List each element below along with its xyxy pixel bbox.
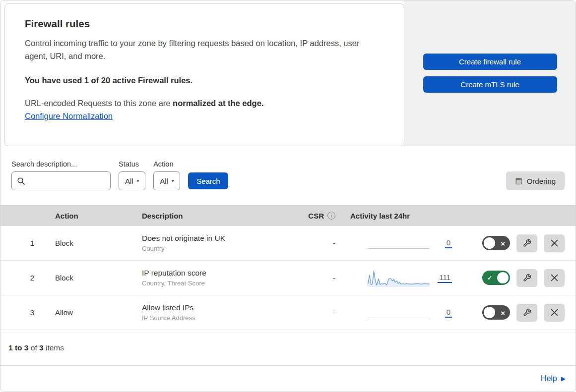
search-button[interactable]: Search <box>188 172 228 189</box>
table-row: 2BlockIP reputation scoreCountry, Threat… <box>0 261 576 295</box>
rule-activity-cell: 111 <box>348 261 454 295</box>
check-icon: ✓ <box>487 275 492 281</box>
status-field-group: Status All ▾ <box>119 160 145 190</box>
search-box[interactable] <box>11 171 111 190</box>
activity-count-link[interactable]: 0 <box>445 238 452 248</box>
close-icon <box>551 274 558 281</box>
activity-count-link[interactable]: 111 <box>438 273 452 283</box>
activity-sparkline <box>368 234 430 252</box>
rule-description: Allow listed IPs <box>142 303 303 312</box>
table-row: 3AllowAllow listed IPsIP Source Address-… <box>0 295 576 330</box>
csr-column-label: CSR <box>308 212 324 220</box>
rule-description: Does not originate in UK <box>142 234 303 243</box>
actions-panel: Create firewall rule Create mTLS rule <box>404 0 576 146</box>
ordering-button[interactable]: ▤ Ordering <box>506 171 565 190</box>
wrench-icon <box>523 274 531 282</box>
edit-rule-button[interactable] <box>516 269 537 287</box>
delete-rule-button[interactable] <box>544 304 565 322</box>
search-field-group: Search description... <box>11 160 111 190</box>
x-mark-icon: × <box>501 309 505 316</box>
help-link-label: Help <box>541 374 557 383</box>
help-link[interactable]: Help ▶ <box>541 374 566 383</box>
flat-sparkline <box>368 248 430 249</box>
normalization-note-bold: normalized at the edge. <box>173 99 263 108</box>
page-title: Firewall rules <box>25 18 384 30</box>
table-body: 1BlockDoes not originate in UKCountry-0×… <box>0 226 576 330</box>
chevron-down-icon: ▾ <box>172 178 174 183</box>
status-label: Status <box>119 160 145 168</box>
flat-sparkline <box>368 318 430 318</box>
rule-description-cell: IP reputation scoreCountry, Threat Score <box>127 269 303 287</box>
filter-controls: Search description... Status All ▾ Actio… <box>11 160 228 190</box>
pagination-items: items <box>44 343 64 352</box>
rule-activity-cell: 0 <box>348 295 454 330</box>
create-mtls-rule-button[interactable]: Create mTLS rule <box>423 76 557 93</box>
status-dropdown-value: All <box>125 177 133 185</box>
rule-description-cell: Does not originate in UKCountry <box>127 234 303 252</box>
edit-rule-button[interactable] <box>516 234 537 252</box>
pagination-range: 1 to 3 <box>8 343 28 352</box>
rule-controls: ✓ <box>454 269 576 287</box>
pagination-summary: 1 to 3 of 3 items <box>0 330 576 366</box>
usage-summary: You have used 1 of 20 active Firewall ru… <box>25 76 384 85</box>
action-label: Action <box>153 160 180 168</box>
configure-normalization-link[interactable]: Configure Normalization <box>25 112 113 120</box>
csr-column-header: CSR i <box>303 212 348 220</box>
rule-priority: 1 <box>0 239 40 247</box>
action-dropdown[interactable]: All ▾ <box>153 171 180 190</box>
delete-rule-button[interactable] <box>544 234 565 252</box>
rule-csr-value: - <box>303 274 348 282</box>
wrench-icon <box>523 239 531 247</box>
edit-rule-button[interactable] <box>516 304 537 322</box>
top-section: Firewall rules Control incoming traffic … <box>0 0 576 146</box>
rule-enabled-toggle[interactable]: ✓ <box>482 271 510 285</box>
rule-action: Allow <box>40 308 127 317</box>
close-icon <box>551 239 558 247</box>
rule-fields: Country <box>142 245 303 252</box>
rule-description: IP reputation score <box>142 269 303 278</box>
activity-sparkline <box>368 304 430 322</box>
action-column-header: Action <box>40 212 127 220</box>
search-icon <box>17 177 25 185</box>
rule-enabled-toggle[interactable]: × <box>482 236 510 250</box>
chevron-down-icon: ▾ <box>137 178 139 183</box>
action-dropdown-value: All <box>160 177 168 185</box>
rule-controls: × <box>454 304 576 322</box>
info-icon[interactable]: i <box>327 212 335 220</box>
firewall-rules-page: Firewall rules Control incoming traffic … <box>0 0 576 392</box>
arrow-right-icon: ▶ <box>561 376 566 382</box>
rule-fields: IP Source Address <box>142 314 303 322</box>
activity-column-header: Activity last 24hr <box>348 205 454 226</box>
rule-csr-value: - <box>303 308 348 317</box>
action-field-group: Action All ▾ <box>153 160 180 190</box>
toggle-knob <box>497 272 509 283</box>
list-icon: ▤ <box>515 176 522 185</box>
rule-priority: 3 <box>0 308 40 317</box>
delete-rule-button[interactable] <box>544 269 565 287</box>
filter-bar: Search description... Status All ▾ Actio… <box>0 146 576 205</box>
x-mark-icon: × <box>501 239 505 247</box>
normalization-note: URL-encoded Requests to this zone are no… <box>25 99 384 108</box>
activity-count-link[interactable]: 0 <box>445 308 452 318</box>
rule-activity-cell: 0 <box>348 226 454 260</box>
pagination-total: 3 <box>39 343 44 352</box>
ordering-button-label: Ordering <box>527 177 556 185</box>
header-card: Firewall rules Control incoming traffic … <box>4 3 404 146</box>
search-label: Search description... <box>11 160 111 168</box>
help-bar: Help ▶ <box>0 366 576 392</box>
activity-sparkline <box>368 269 430 287</box>
normalization-note-prefix: URL-encoded Requests to this zone are <box>25 99 173 108</box>
search-input[interactable] <box>29 176 105 186</box>
rule-fields: Country, Threat Score <box>142 280 303 287</box>
rule-action: Block <box>40 274 127 282</box>
table-header: Action Description CSR i Activity last 2… <box>0 205 576 226</box>
rule-action: Block <box>40 239 127 247</box>
rule-enabled-toggle[interactable]: × <box>482 305 510 320</box>
rule-priority: 2 <box>0 274 40 282</box>
rule-controls: × <box>454 234 576 252</box>
status-dropdown[interactable]: All ▾ <box>119 171 145 190</box>
table-row: 1BlockDoes not originate in UKCountry-0× <box>0 226 576 261</box>
wrench-icon <box>523 308 531 317</box>
create-firewall-rule-button[interactable]: Create firewall rule <box>423 54 557 70</box>
toggle-knob <box>484 237 495 249</box>
